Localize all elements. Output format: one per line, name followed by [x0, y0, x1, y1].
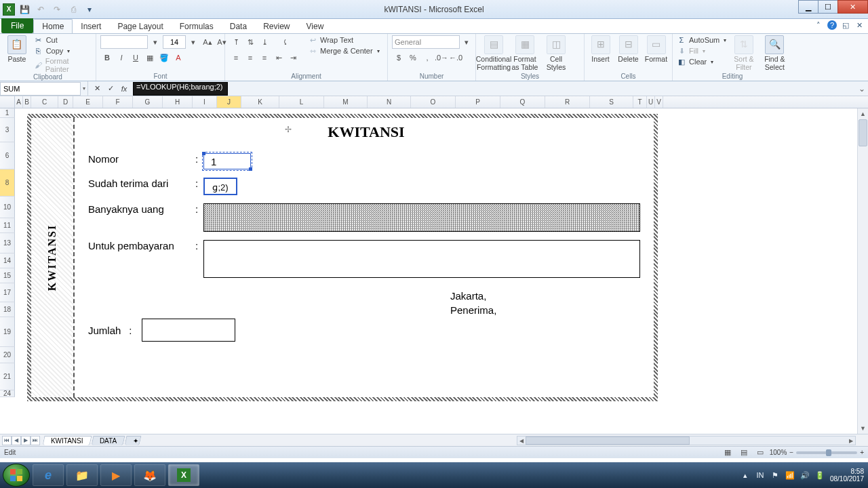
- row-header-17[interactable]: 17: [0, 283, 15, 302]
- paste-button[interactable]: 📋 Paste: [4, 35, 30, 64]
- col-header-I[interactable]: I: [193, 96, 217, 108]
- delete-cells-button[interactable]: ⊟Delete: [616, 35, 640, 64]
- align-bottom-icon[interactable]: ⤓: [258, 35, 271, 49]
- col-header-U[interactable]: U: [647, 96, 655, 108]
- vertical-scrollbar[interactable]: ▲ ▼: [857, 108, 868, 434]
- task-wmp[interactable]: ▶: [100, 464, 132, 486]
- clear-button[interactable]: ◧Clear▾: [677, 57, 726, 66]
- grid[interactable]: KWITANSI ✢ KWITANSI Nomor : 1 Sudah teri…: [15, 108, 857, 434]
- tab-home[interactable]: Home: [33, 19, 73, 33]
- row-header-6[interactable]: 6: [0, 142, 15, 169]
- number-format-select[interactable]: [392, 35, 460, 49]
- conditional-formatting-button[interactable]: ▤Conditional Formatting: [480, 35, 507, 71]
- tab-nav-prev-icon[interactable]: ◀: [12, 436, 21, 445]
- col-header-T[interactable]: T: [633, 96, 647, 108]
- cell-styles-button[interactable]: ◫Cell Styles: [542, 35, 570, 71]
- col-header-L[interactable]: L: [279, 96, 324, 108]
- tab-file[interactable]: File: [1, 18, 33, 33]
- row-header-1[interactable]: 1: [0, 108, 15, 118]
- increase-decimal-icon[interactable]: .0→: [435, 51, 448, 64]
- print-icon[interactable]: ⎙: [66, 3, 80, 16]
- tab-nav-next-icon[interactable]: ▶: [21, 436, 31, 445]
- autosum-button[interactable]: ΣAutoSum▾: [677, 35, 726, 45]
- sort-filter-button[interactable]: ⇅Sort & Filter: [730, 35, 757, 71]
- row-header-14[interactable]: 14: [0, 253, 15, 268]
- tab-review[interactable]: Review: [255, 20, 298, 33]
- col-header-F[interactable]: F: [103, 96, 133, 108]
- copy-button[interactable]: ⎘Copy▾: [34, 46, 92, 56]
- scroll-down-icon[interactable]: ▼: [858, 423, 868, 434]
- bayar-box[interactable]: [203, 240, 640, 278]
- insert-cells-button[interactable]: ⊞Insert: [589, 35, 612, 64]
- lang-indicator[interactable]: IN: [755, 470, 765, 480]
- task-excel[interactable]: X: [168, 464, 199, 486]
- zoom-slider[interactable]: [796, 451, 857, 454]
- redo-icon[interactable]: ↷: [50, 3, 64, 16]
- active-editing-cell[interactable]: ɡ;2): [203, 178, 237, 195]
- col-header-P[interactable]: P: [456, 96, 500, 108]
- view-normal-icon[interactable]: ▦: [721, 446, 734, 460]
- col-header-R[interactable]: R: [545, 96, 590, 108]
- font-color-button[interactable]: A: [172, 51, 185, 64]
- minimize-button[interactable]: [798, 0, 818, 14]
- row-header-15[interactable]: 15: [0, 268, 15, 283]
- percent-icon[interactable]: %: [406, 51, 420, 64]
- col-header-G[interactable]: G: [133, 96, 163, 108]
- sheet-tab-data[interactable]: DATA: [91, 436, 125, 445]
- col-header-H[interactable]: H: [163, 96, 193, 108]
- undo-icon[interactable]: ↶: [34, 3, 47, 16]
- scroll-up-icon[interactable]: ▲: [858, 108, 868, 119]
- start-button[interactable]: [3, 464, 30, 487]
- volume-icon[interactable]: 🔊: [800, 470, 810, 480]
- italic-button[interactable]: I: [115, 51, 128, 64]
- tab-data[interactable]: Data: [222, 20, 255, 33]
- task-ie[interactable]: e: [33, 464, 64, 486]
- tab-page-layout[interactable]: Page Layout: [109, 20, 171, 33]
- format-cells-button[interactable]: ▭Format: [644, 35, 668, 64]
- minimize-ribbon-icon[interactable]: ˄: [814, 20, 823, 30]
- row-header-20[interactable]: 20: [0, 347, 15, 363]
- decrease-decimal-icon[interactable]: ←.0: [449, 51, 462, 64]
- tab-nav-first-icon[interactable]: ⏮: [2, 436, 12, 445]
- close-workbook-icon[interactable]: ✕: [854, 20, 864, 30]
- font-size-select[interactable]: [163, 35, 186, 49]
- new-sheet-button[interactable]: ✦: [124, 436, 141, 445]
- wrap-text-button[interactable]: ↩Wrap Text: [308, 35, 380, 45]
- battery-icon[interactable]: 🔋: [815, 470, 825, 480]
- tab-view[interactable]: View: [298, 20, 332, 33]
- bold-button[interactable]: B: [100, 51, 114, 64]
- merge-center-button[interactable]: ⇿Merge & Center▾: [308, 46, 380, 56]
- col-header-S[interactable]: S: [590, 96, 633, 108]
- cancel-formula-button[interactable]: ✕: [91, 83, 103, 95]
- col-header-C[interactable]: C: [31, 96, 58, 108]
- col-header-M[interactable]: M: [324, 96, 368, 108]
- cut-button[interactable]: ✂Cut: [34, 35, 92, 45]
- qat-dropdown-icon[interactable]: ▾: [83, 3, 96, 16]
- zoom-out-button[interactable]: −: [789, 449, 793, 456]
- orientation-icon[interactable]: ⤹: [278, 35, 292, 49]
- grow-font-icon[interactable]: A▴: [201, 35, 214, 49]
- sheet-tab-kwitansi[interactable]: KWITANSI: [43, 436, 92, 445]
- network-icon[interactable]: 📶: [785, 470, 795, 480]
- format-as-table-button[interactable]: ▦Format as Table: [511, 35, 538, 71]
- zoom-in-button[interactable]: +: [860, 449, 864, 456]
- underline-button[interactable]: U: [129, 51, 142, 64]
- col-header-O[interactable]: O: [411, 96, 456, 108]
- col-header-V[interactable]: V: [655, 96, 663, 108]
- row-header-18[interactable]: 18: [0, 302, 15, 317]
- col-header-Q[interactable]: Q: [500, 96, 545, 108]
- col-header-A[interactable]: A: [15, 96, 23, 108]
- jumlah-box[interactable]: [142, 319, 235, 342]
- task-firefox[interactable]: 🦊: [134, 464, 165, 486]
- align-left-icon[interactable]: ≡: [229, 51, 243, 64]
- tab-formulas[interactable]: Formulas: [172, 20, 222, 33]
- increase-indent-icon[interactable]: ⇥: [286, 51, 300, 64]
- currency-icon[interactable]: $: [392, 51, 406, 64]
- uang-box[interactable]: [203, 203, 640, 232]
- align-center-icon[interactable]: ≡: [243, 51, 257, 64]
- scroll-thumb[interactable]: [859, 119, 867, 146]
- name-box[interactable]: ▾: [0, 81, 88, 96]
- comma-icon[interactable]: ,: [420, 51, 434, 64]
- scroll-right-icon[interactable]: ▶: [847, 436, 855, 445]
- col-header-J[interactable]: J: [217, 96, 241, 108]
